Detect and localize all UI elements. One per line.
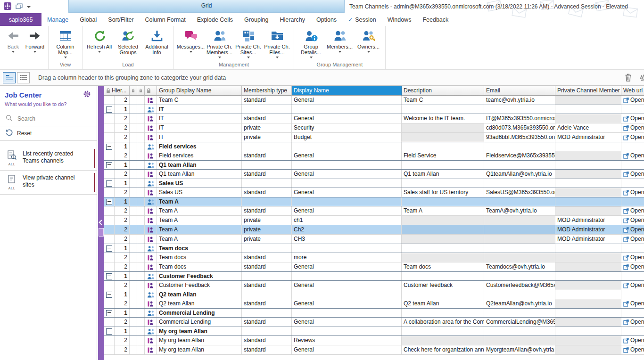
- cell-web[interactable]: Open: [621, 133, 644, 142]
- cell-web[interactable]: Open: [621, 216, 644, 225]
- open-link-icon[interactable]: [623, 264, 629, 270]
- forward-button[interactable]: Forward: [24, 27, 46, 61]
- document-tab-grid[interactable]: Grid: [68, 0, 345, 13]
- channel-row[interactable]: 2My org team AllanstandardReviewsOpen: [104, 336, 644, 345]
- tab-global[interactable]: Global: [74, 13, 102, 26]
- channel-row[interactable]: 2ITstandardGeneralWelcome to the IT team…: [104, 114, 644, 123]
- cell-web[interactable]: Open: [621, 235, 644, 244]
- additional-info-button[interactable]: Additional Info: [142, 27, 171, 61]
- members-button[interactable]: Members...: [325, 27, 354, 61]
- group-row[interactable]: 1My org team Allan: [104, 327, 644, 336]
- open-link-icon[interactable]: [623, 218, 629, 223]
- open-link-icon[interactable]: [623, 338, 629, 344]
- private-ch-members-button[interactable]: Private Ch. Members...: [205, 27, 234, 61]
- job-center-search[interactable]: [0, 112, 97, 126]
- channel-row[interactable]: 2Q1 team AllanstandardGeneralQ1 team All…: [104, 170, 644, 179]
- collapse-minus-button[interactable]: [106, 180, 112, 187]
- collapse-minus-button[interactable]: [106, 245, 112, 252]
- tab-options[interactable]: Options: [311, 13, 342, 26]
- cell-web[interactable]: Open: [621, 345, 644, 354]
- cell-web[interactable]: Open: [621, 114, 644, 123]
- tab-grouping[interactable]: Grouping: [239, 13, 274, 26]
- column-header-hierarchy[interactable]: Hier...: [104, 86, 130, 96]
- open-link-icon[interactable]: [623, 153, 629, 159]
- cell-web[interactable]: Open: [621, 123, 644, 132]
- open-link-icon[interactable]: [623, 347, 629, 353]
- collapse-minus-button[interactable]: [106, 310, 112, 316]
- collapse-minus-button[interactable]: [106, 106, 112, 113]
- open-link-icon[interactable]: [623, 135, 629, 140]
- collapse-minus-button[interactable]: [106, 273, 112, 279]
- tab-column-format[interactable]: Column Format: [140, 13, 191, 26]
- cell-web[interactable]: Open: [621, 253, 644, 262]
- column-header-membership-type[interactable]: Membership type: [242, 86, 292, 96]
- group-row[interactable]: 1IT: [104, 105, 644, 114]
- owners-button[interactable]: Owners...: [354, 27, 383, 61]
- open-link-icon[interactable]: [623, 255, 629, 261]
- tab-feedback[interactable]: Feedback: [417, 13, 454, 26]
- cell-web[interactable]: Open: [621, 206, 644, 215]
- column-header-web-url[interactable]: Web url: [621, 86, 644, 96]
- column-map-button[interactable]: Column Map...: [51, 27, 80, 61]
- column-header-private-channel-member[interactable]: Private Channel Member: [555, 86, 621, 96]
- column-header-display-name[interactable]: Display Name: [292, 86, 402, 96]
- search-input[interactable]: [17, 115, 89, 123]
- channel-row[interactable]: 2Q2 team AllanstandardGeneralQ2 team All…: [104, 299, 644, 309]
- tab-sapio365[interactable]: sapio365: [0, 13, 41, 26]
- tab-hierarchy[interactable]: Hierarchy: [274, 13, 311, 26]
- channel-row[interactable]: 2Team docsstandardGeneralTeam docsTeamdo…: [104, 262, 644, 272]
- group-details-button[interactable]: Group Details...: [297, 27, 325, 61]
- column-header-group-display-name[interactable]: Group Display Name: [157, 86, 242, 96]
- channel-row[interactable]: 2My org team AllanstandardGeneralCheck h…: [104, 345, 644, 355]
- open-link-icon[interactable]: [623, 190, 629, 196]
- open-link-icon[interactable]: [623, 301, 629, 307]
- cell-web[interactable]: Open: [621, 318, 644, 327]
- group-row[interactable]: 1Commercial Lending: [104, 308, 644, 318]
- open-link-icon[interactable]: [623, 98, 629, 103]
- quick-access-caret-icon[interactable]: [27, 6, 31, 8]
- tab-sort-filter[interactable]: Sort/Filter: [102, 13, 139, 26]
- selected-groups-button[interactable]: Selected Groups: [114, 27, 142, 61]
- back-button[interactable]: Back: [2, 27, 24, 61]
- cell-web[interactable]: Open: [621, 151, 644, 160]
- task-item-view-private-channel-sites[interactable]: ALLView private channel sites: [0, 171, 97, 195]
- group-row[interactable]: 1Team docs: [104, 244, 644, 253]
- channel-row[interactable]: 2Team docsstandardmoreOpen: [104, 253, 644, 262]
- channel-row[interactable]: 2Field servicesstandardGeneralField Serv…: [104, 151, 644, 161]
- collapse-minus-button[interactable]: [106, 144, 112, 150]
- open-link-icon[interactable]: [623, 172, 629, 177]
- channel-row[interactable]: 2ITprivateBudget93ad6bbf.M365x393550.onn…: [104, 133, 644, 142]
- group-row[interactable]: 1Q1 team Allan: [104, 160, 644, 170]
- job-center-gear-icon[interactable]: [83, 90, 91, 100]
- channel-row[interactable]: 2Team AprivateCH3MOD AdministratorOpen: [104, 235, 644, 244]
- refresh-all-button[interactable]: Refresh All: [85, 27, 114, 61]
- cell-web[interactable]: Open: [621, 281, 644, 290]
- task-item-list-recently-created-teams-ch[interactable]: ALLList recently created Teams channels: [0, 147, 97, 171]
- open-link-icon[interactable]: [623, 116, 629, 122]
- channel-row[interactable]: 2Team Aprivatech1MOD AdministratorOpen: [104, 216, 644, 225]
- tab-manage[interactable]: Manage: [41, 13, 74, 26]
- collapse-minus-button[interactable]: [106, 199, 112, 205]
- cell-web[interactable]: Open: [621, 299, 644, 308]
- open-link-icon[interactable]: [623, 208, 629, 214]
- group-row[interactable]: 1Field services: [104, 142, 644, 151]
- grid-settings-gear-icon[interactable]: [639, 74, 644, 84]
- cell-web[interactable]: Open: [621, 96, 644, 105]
- cell-web[interactable]: Open: [621, 170, 644, 179]
- cell-web[interactable]: Open: [621, 188, 644, 197]
- group-row[interactable]: 1Q2 team Allan: [104, 290, 644, 299]
- channel-row[interactable]: 2Team AprivateCh2MOD AdministratorOpen: [104, 225, 644, 235]
- channel-row[interactable]: 2Customer FeedbackstandardGeneralCustome…: [104, 281, 644, 290]
- cell-web[interactable]: Open: [621, 225, 644, 234]
- open-link-icon[interactable]: [623, 237, 629, 242]
- sidebar-collapse-chevron-icon[interactable]: [99, 220, 104, 225]
- channel-row[interactable]: 2ITprivateSecuritycd80d073.M365x393550.o…: [104, 123, 644, 133]
- column-header-description[interactable]: Description: [402, 86, 484, 96]
- open-link-icon[interactable]: [623, 319, 629, 325]
- open-link-icon[interactable]: [623, 227, 629, 233]
- column-header-email[interactable]: Email: [484, 86, 555, 96]
- private-ch-sites-button[interactable]: Private Ch. Sites...: [234, 27, 263, 61]
- messages-button[interactable]: Messages...: [176, 27, 205, 61]
- tab-windows[interactable]: Windows: [382, 13, 417, 26]
- cell-web[interactable]: Open: [621, 262, 644, 271]
